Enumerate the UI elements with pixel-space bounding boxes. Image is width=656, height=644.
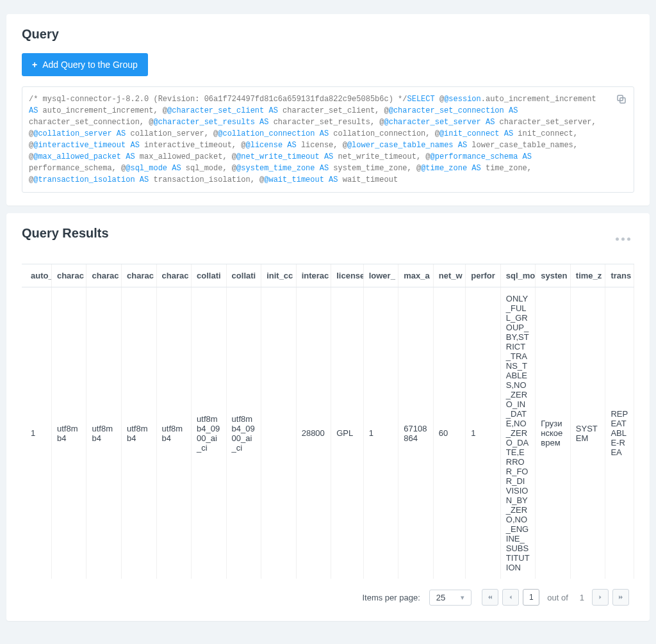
column-header[interactable]: net_w: [433, 264, 466, 287]
table-cell: utf8mb4: [51, 287, 86, 579]
table-cell: 60: [433, 287, 466, 579]
page-last-button[interactable]: [612, 589, 629, 606]
page-current[interactable]: 1: [523, 589, 539, 606]
total-pages: 1: [580, 593, 584, 602]
table-cell: ONLY_FULL_GROUP_BY,STRICT_TRANS_TABLES,N…: [500, 287, 536, 579]
table-cell: 1: [22, 287, 51, 579]
column-header[interactable]: lower_: [363, 264, 398, 287]
results-card: Query Results auto_characcharaccharaccha…: [6, 213, 650, 621]
copy-icon[interactable]: [616, 93, 627, 105]
table-cell: utf8mb4_0900_ai_ci: [192, 287, 227, 579]
results-table-wrap: auto_characcharaccharaccharaccollaticoll…: [22, 264, 634, 579]
table-cell: utf8mb4_0900_ai_ci: [226, 287, 261, 579]
column-header[interactable]: charac: [51, 264, 86, 287]
table-cell: 67108864: [398, 287, 434, 579]
chevron-down-icon: ▾: [461, 593, 464, 602]
column-header[interactable]: charac: [122, 264, 157, 287]
items-per-page-value: 25: [436, 593, 445, 602]
column-header[interactable]: max_a: [398, 264, 434, 287]
table-cell: utf8mb4: [156, 287, 192, 579]
items-per-page-select[interactable]: 25 ▾: [429, 590, 472, 606]
table-cell: SYSTEM: [570, 287, 605, 579]
column-header[interactable]: interac: [296, 264, 331, 287]
more-options-icon[interactable]: [612, 234, 634, 245]
column-header[interactable]: trans: [605, 264, 634, 287]
page-next-button[interactable]: [592, 589, 609, 606]
page-first-button[interactable]: [482, 589, 498, 606]
column-header[interactable]: sql_mo: [500, 264, 536, 287]
column-header[interactable]: license: [331, 264, 364, 287]
table-cell: GPL: [331, 287, 364, 579]
column-header[interactable]: auto_: [22, 264, 51, 287]
items-per-page-label: Items per page:: [362, 593, 420, 602]
column-header[interactable]: collati: [192, 264, 227, 287]
query-card: Query + Add Query to the Group /* mysql-…: [6, 14, 650, 205]
add-query-button-label: Add Query to the Group: [42, 60, 138, 70]
query-title: Query: [22, 27, 634, 42]
column-header[interactable]: collati: [226, 264, 261, 287]
add-query-button[interactable]: + Add Query to the Group: [22, 53, 148, 76]
column-header[interactable]: charac: [86, 264, 122, 287]
table-cell: [261, 287, 297, 579]
column-header[interactable]: init_cc: [261, 264, 297, 287]
table-cell: utf8mb4: [86, 287, 122, 579]
table-row: 1utf8mb4utf8mb4utf8mb4utf8mb4utf8mb4_090…: [22, 287, 634, 579]
plus-icon: +: [32, 60, 37, 70]
out-of-label: out of: [547, 593, 568, 602]
column-header[interactable]: perfor: [466, 264, 501, 287]
table-cell: 1: [466, 287, 501, 579]
results-title: Query Results: [22, 226, 109, 241]
query-sql-box[interactable]: /* mysql-connector-j-8.2.0 (Revision: 06…: [22, 86, 634, 193]
pager: Items per page: 25 ▾ 1 out of 1: [22, 579, 634, 608]
table-cell: utf8mb4: [122, 287, 157, 579]
column-header[interactable]: charac: [156, 264, 192, 287]
table-cell: REPEATABLE-REA: [605, 287, 634, 579]
column-header[interactable]: systen: [536, 264, 571, 287]
column-header[interactable]: time_z: [570, 264, 605, 287]
table-cell: Грузинское врем: [536, 287, 571, 579]
table-cell: 1: [363, 287, 398, 579]
results-table: auto_characcharaccharaccharaccollaticoll…: [22, 264, 634, 579]
page-prev-button[interactable]: [502, 589, 519, 606]
table-cell: 28800: [296, 287, 331, 579]
